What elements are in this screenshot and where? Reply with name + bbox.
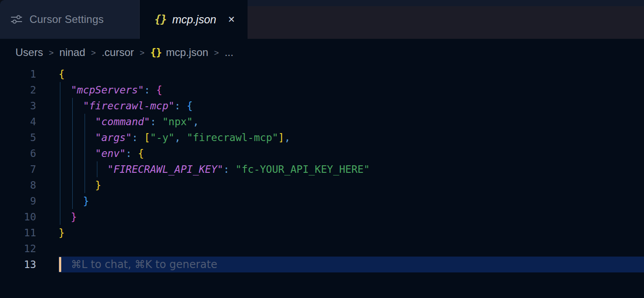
line-content[interactable]: } (59, 177, 644, 193)
tab-mcp-json[interactable]: {} mcp.json ✕ (140, 0, 248, 39)
tab-label: Cursor Settings (30, 13, 104, 26)
line-content[interactable]: ⌘L to chat, ⌘K to generate (59, 257, 644, 272)
line-number: 5 (0, 130, 36, 145)
close-icon[interactable]: ✕ (228, 15, 235, 24)
json-braces-icon: {} (150, 47, 162, 58)
code-line[interactable]: 13⌘L to chat, ⌘K to generate (0, 257, 644, 272)
code-lines: 1{2 "mcpServers": {3 "firecrawl-mcp": {4… (0, 66, 644, 272)
line-number: 10 (0, 209, 36, 225)
line-number: 9 (0, 193, 36, 209)
line-number: 3 (0, 98, 36, 114)
breadcrumb-item-ninad[interactable]: ninad (59, 46, 85, 59)
json-braces-icon: {} (155, 13, 167, 26)
code-line[interactable]: 8 } (0, 177, 644, 193)
line-number: 13 (0, 257, 36, 272)
line-number: 2 (0, 82, 36, 98)
tab-cursor-settings[interactable]: Cursor Settings (0, 0, 140, 39)
text-cursor (59, 257, 61, 272)
breadcrumb-item-overflow[interactable]: ... (225, 46, 233, 59)
line-number: 12 (0, 241, 36, 257)
code-line[interactable]: 11} (0, 225, 644, 241)
code-line[interactable]: 12 (0, 241, 644, 257)
line-number: 7 (0, 161, 36, 177)
line-number: 11 (0, 225, 36, 241)
line-number: 1 (0, 66, 36, 82)
line-content[interactable]: "mcpServers": { (59, 82, 644, 98)
cursor-window: Cursor Settings {} mcp.json ✕ Users > ni… (0, 0, 644, 298)
breadcrumb-item-mcp-json[interactable]: mcp.json (166, 46, 208, 59)
tab-bar: Cursor Settings {} mcp.json ✕ (0, 6, 644, 39)
code-line[interactable]: 10 } (0, 209, 644, 225)
sliders-icon (11, 14, 22, 25)
line-content[interactable]: "FIRECRAWL_API_KEY": "fc-YOUR_API_KEY_HE… (59, 161, 644, 177)
line-content[interactable]: "env": { (59, 145, 644, 161)
code-line[interactable]: 6 "env": { (0, 145, 644, 161)
line-content[interactable]: } (59, 225, 644, 241)
code-line[interactable]: 9 } (0, 193, 644, 209)
breadcrumb-item-cursor-dir[interactable]: .cursor (102, 46, 134, 59)
inline-hint-text: ⌘L to chat, ⌘K to generate (59, 258, 217, 271)
line-content[interactable]: } (59, 209, 644, 225)
code-line[interactable]: 4 "command": "npx", (0, 114, 644, 130)
breadcrumb-separator: > (91, 47, 96, 58)
line-number: 4 (0, 114, 36, 130)
line-content[interactable]: { (59, 66, 644, 82)
line-number: 6 (0, 145, 36, 161)
line-content[interactable]: "command": "npx", (59, 114, 644, 130)
line-content[interactable]: "firecrawl-mcp": { (59, 98, 644, 114)
breadcrumb: Users > ninad > .cursor > {} mcp.json > … (0, 39, 644, 66)
code-line[interactable]: 7 "FIRECRAWL_API_KEY": "fc-YOUR_API_KEY_… (0, 161, 644, 177)
code-line[interactable]: 3 "firecrawl-mcp": { (0, 98, 644, 114)
breadcrumb-separator: > (140, 47, 144, 58)
code-line[interactable]: 1{ (0, 66, 644, 82)
line-number: 8 (0, 177, 36, 193)
line-content[interactable]: } (59, 193, 644, 209)
line-content[interactable]: "args": ["-y", "firecrawl-mcp"], (59, 130, 644, 145)
code-line[interactable]: 2 "mcpServers": { (0, 82, 644, 98)
breadcrumb-separator: > (49, 47, 54, 58)
tab-label: mcp.json (172, 13, 216, 26)
line-content[interactable] (59, 241, 644, 257)
breadcrumb-separator: > (214, 47, 219, 58)
code-line[interactable]: 5 "args": ["-y", "firecrawl-mcp"], (0, 130, 644, 145)
breadcrumb-item-users[interactable]: Users (15, 46, 43, 59)
code-editor[interactable]: 1{2 "mcpServers": {3 "firecrawl-mcp": {4… (0, 66, 644, 298)
